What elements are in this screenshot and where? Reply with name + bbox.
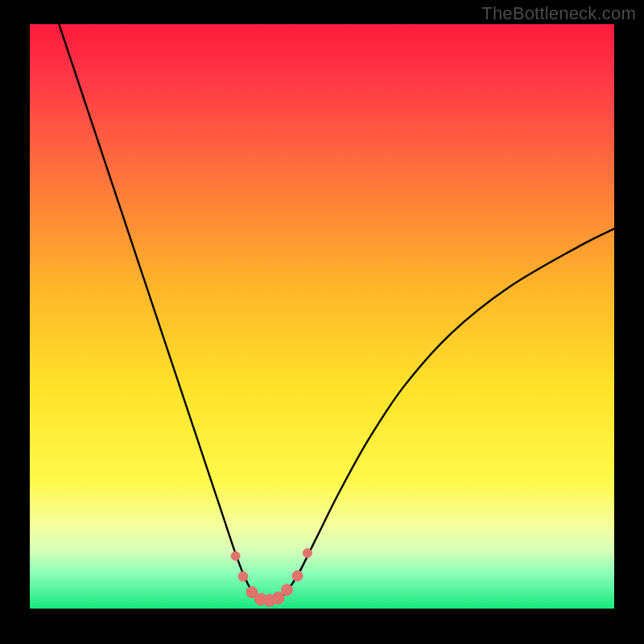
highlight-dot xyxy=(303,549,312,558)
highlight-dot xyxy=(231,551,240,560)
highlight-dot xyxy=(281,584,292,596)
chart-frame: TheBottleneck.com xyxy=(0,0,644,644)
gradient-background xyxy=(30,24,614,609)
highlight-dot xyxy=(292,571,303,581)
highlight-dot xyxy=(238,572,248,581)
bottleneck-chart xyxy=(30,24,614,609)
watermark-text: TheBottleneck.com xyxy=(481,3,636,24)
plot-area xyxy=(30,24,614,609)
